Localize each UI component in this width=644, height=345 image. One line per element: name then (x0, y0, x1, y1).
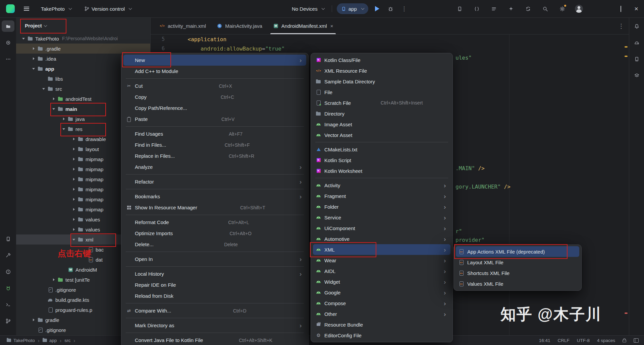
project-tool-button[interactable] (2, 20, 14, 32)
menu-item[interactable]: EditorConfig File › (313, 330, 450, 341)
chevron-icon[interactable] (82, 257, 87, 262)
chevron-icon[interactable] (72, 147, 76, 151)
menu-item[interactable]: Activity › (313, 180, 450, 191)
menu-item[interactable]: Service › (313, 212, 450, 223)
indent-widget[interactable]: 4 spaces (597, 338, 615, 343)
menu-item[interactable]: Directory › (313, 108, 450, 119)
menu-item[interactable]: CMakeLists.txt › (313, 144, 450, 155)
terminal-icon[interactable] (2, 299, 14, 310)
menu-item[interactable]: Analyze › (123, 161, 306, 172)
menu-item[interactable]: Show In Resource Manager Ctrl+Shift+T › (123, 202, 306, 213)
menu-item[interactable]: Add C++ to Module › (123, 66, 306, 77)
user-avatar[interactable] (575, 5, 583, 13)
editor-tab[interactable]: activity_main.xml × (154, 18, 211, 34)
chevron-icon[interactable] (52, 107, 56, 111)
more-actions-icon[interactable]: ⋮ (400, 4, 409, 13)
menu-item[interactable]: Fragment › (313, 191, 450, 201)
caret-position-widget[interactable]: 16:41 (539, 338, 550, 343)
menu-item[interactable]: Optimize Imports Ctrl+Alt+O › (123, 228, 306, 239)
logcat-icon[interactable] (2, 282, 14, 294)
menu-item[interactable]: Bookmarks › (123, 191, 306, 202)
breadcrumb-item[interactable]: app (49, 338, 57, 343)
menu-item[interactable]: Shortcuts XML File › (456, 268, 579, 278)
menu-item[interactable]: UiComponent › (313, 223, 450, 233)
ai-assistant-icon[interactable] (506, 4, 515, 13)
menu-item[interactable]: XML › (313, 244, 450, 255)
chevron-icon[interactable] (32, 318, 36, 322)
menu-item[interactable]: Reformat Code Ctrl+Alt+L › (123, 217, 306, 228)
gradle-icon[interactable] (630, 37, 643, 48)
encoding-widget[interactable]: UTF-8 (577, 338, 590, 343)
tree-row[interactable]: TakePhoto F:\PersonalWebsite\Androi (16, 33, 150, 44)
more-tool-windows-icon[interactable] (2, 53, 14, 65)
readonly-lock-icon[interactable] (623, 338, 626, 342)
problems-icon[interactable] (2, 266, 14, 277)
menu-item[interactable]: Find Usages Alt+F7 › (123, 128, 306, 139)
menu-item[interactable]: Reload from Disk › (123, 290, 306, 301)
editor-tab[interactable]: MainActivity.java × (211, 18, 268, 34)
project-selector[interactable]: TakePhoto (38, 3, 74, 14)
run-configuration-selector[interactable]: app (337, 3, 368, 14)
menu-item[interactable]: Copy Path/Reference... › (123, 102, 306, 114)
code-inspection-icon[interactable] (472, 4, 481, 13)
menu-item[interactable]: Google › (313, 287, 450, 298)
run-button[interactable] (373, 4, 382, 13)
chevron-icon[interactable] (82, 247, 87, 252)
chevron-icon[interactable] (32, 56, 36, 61)
menu-item[interactable]: Folder › (313, 201, 450, 212)
chevron-icon[interactable] (62, 127, 66, 131)
menu-item[interactable]: Kotlin Class/File › (313, 55, 450, 65)
chevron-icon[interactable] (42, 287, 46, 292)
chevron-icon[interactable] (62, 267, 66, 272)
menu-item[interactable]: Other › (313, 308, 450, 319)
menu-item[interactable]: Scratch File Ctrl+Alt+Shift+Insert › (313, 97, 450, 108)
device-explorer-icon[interactable] (2, 233, 14, 245)
version-control-icon[interactable] (2, 315, 14, 327)
menu-item[interactable]: Find in Files... Ctrl+Shift+F › (123, 139, 306, 150)
menu-item[interactable]: Image Asset › (313, 119, 450, 130)
chevron-icon[interactable] (42, 76, 46, 81)
chevron-icon[interactable] (52, 277, 56, 282)
menu-item[interactable]: Resource Bundle › (313, 319, 450, 330)
editor-tab[interactable]: AndroidManifest.xml × (268, 18, 339, 34)
device-mirror-icon[interactable] (455, 4, 464, 13)
chevron-icon[interactable] (62, 117, 66, 121)
chevron-icon[interactable] (42, 86, 46, 91)
line-separator-widget[interactable]: CRLF (557, 338, 569, 343)
chevron-icon[interactable] (42, 307, 46, 312)
menu-item[interactable]: File › (313, 87, 450, 97)
tree-row[interactable]: .gradle (16, 44, 150, 54)
chevron-icon[interactable] (42, 297, 46, 302)
chevron-icon[interactable] (32, 46, 36, 51)
menu-item[interactable]: Local History › (123, 268, 306, 279)
close-tab-icon[interactable]: × (330, 23, 333, 29)
menu-item[interactable]: Sample Data Directory › (313, 76, 450, 87)
chevron-icon[interactable] (72, 187, 76, 192)
menu-item[interactable]: Mark Directory as › (123, 320, 306, 331)
menu-item[interactable]: Kotlin Script › (313, 155, 450, 165)
chevron-icon[interactable] (72, 207, 76, 212)
menu-item[interactable]: XML Resource File › (313, 65, 450, 76)
menu-item[interactable]: Kotlin Worksheet › (313, 165, 450, 176)
device-manager-icon[interactable] (630, 53, 643, 65)
chevron-icon[interactable] (72, 197, 76, 202)
menu-item[interactable]: Repair IDE on File › (123, 279, 306, 290)
menu-item[interactable]: Compare With... Ctrl+D › (123, 305, 306, 316)
device-selector[interactable]: No Devices (289, 3, 327, 14)
minimize-button[interactable] (598, 0, 613, 17)
main-menu-icon[interactable] (22, 4, 31, 13)
vcs-widget[interactable]: Version control (82, 3, 134, 14)
menu-item[interactable]: AIDL › (313, 266, 450, 276)
menu-item[interactable]: Cut Ctrl+X › (123, 80, 306, 91)
menu-item[interactable]: Delete... Delete › (123, 239, 306, 250)
breadcrumb-item[interactable]: src (64, 338, 70, 343)
chevron-icon[interactable] (72, 137, 76, 141)
search-icon[interactable] (541, 4, 549, 13)
debug-button[interactable] (386, 4, 395, 13)
chevron-icon[interactable] (72, 237, 76, 242)
menu-item[interactable]: New › (123, 55, 306, 66)
settings-icon[interactable] (558, 4, 567, 13)
chevron-icon[interactable] (72, 177, 76, 182)
chevron-icon[interactable] (72, 217, 76, 222)
chevron-icon[interactable] (72, 157, 76, 161)
